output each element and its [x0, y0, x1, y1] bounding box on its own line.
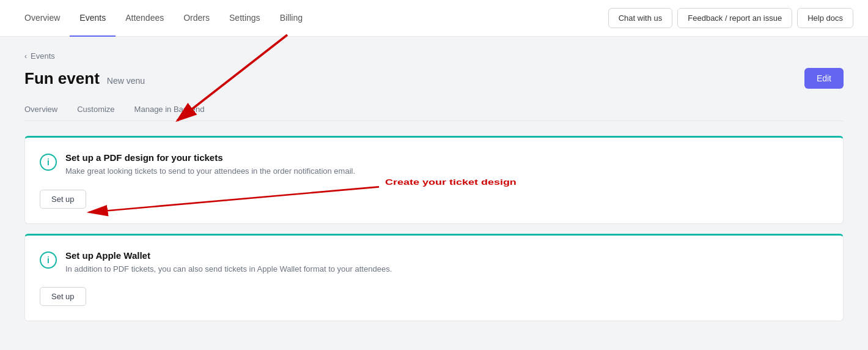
nav-left: Overview Events Attendees Orders Setting…: [15, 0, 312, 37]
wallet-card-header: i Set up Apple Wallet In addition to PDF…: [40, 250, 828, 275]
nav-attendees[interactable]: Attendees: [116, 0, 174, 37]
wallet-setup-button[interactable]: Set up: [40, 287, 86, 306]
page-title: Fun event: [24, 69, 100, 88]
wallet-card: i Set up Apple Wallet In addition to PDF…: [24, 234, 844, 322]
edit-button[interactable]: Edit: [804, 68, 844, 89]
nav-right: Chat with us Feedback / report an issue …: [608, 8, 853, 28]
nav-billing[interactable]: Billing: [270, 0, 312, 37]
breadcrumb[interactable]: ‹ Events: [24, 51, 844, 61]
pdf-setup-button[interactable]: Set up: [40, 190, 86, 209]
sub-tabs: Overview Customize Manage in Backend: [24, 99, 844, 121]
nav-events[interactable]: Events: [70, 0, 116, 37]
wallet-card-title: Set up Apple Wallet: [65, 250, 392, 261]
pdf-card-desc: Make great looking tickets to send to yo…: [65, 165, 355, 177]
sub-tab-overview[interactable]: Overview: [24, 99, 67, 121]
top-nav: Overview Events Attendees Orders Setting…: [0, 0, 868, 37]
nav-orders[interactable]: Orders: [174, 0, 219, 37]
pdf-card-title: Set up a PDF design for your tickets: [65, 152, 355, 163]
wallet-card-text: Set up Apple Wallet In addition to PDF t…: [65, 250, 392, 275]
pdf-ticket-card: i Set up a PDF design for your tickets M…: [24, 136, 844, 224]
cards-container: i Set up a PDF design for your tickets M…: [24, 136, 844, 321]
sub-tab-manage-backend[interactable]: Manage in Backend: [125, 99, 215, 121]
page-title-area: Fun event New venu: [24, 69, 145, 88]
breadcrumb-label: Events: [31, 51, 55, 61]
info-icon-pdf: i: [40, 154, 57, 171]
nav-settings[interactable]: Settings: [219, 0, 270, 37]
back-arrow-icon: ‹: [24, 52, 27, 61]
feedback-button[interactable]: Feedback / report an issue: [677, 8, 792, 28]
help-docs-button[interactable]: Help docs: [797, 8, 853, 28]
pdf-card-text: Set up a PDF design for your tickets Mak…: [65, 152, 355, 177]
venue-badge: New venu: [107, 76, 145, 86]
main-content: ‹ Events Fun event New venu Edit Overvie…: [0, 37, 868, 346]
page-header: Fun event New venu Edit: [24, 68, 844, 89]
pdf-card-header: i Set up a PDF design for your tickets M…: [40, 152, 828, 177]
info-icon-wallet: i: [40, 251, 57, 269]
wallet-card-desc: In addition to PDF tickets, you can also…: [65, 263, 392, 275]
nav-overview[interactable]: Overview: [15, 0, 70, 37]
sub-tab-customize[interactable]: Customize: [67, 99, 124, 121]
chat-button[interactable]: Chat with us: [608, 8, 673, 28]
